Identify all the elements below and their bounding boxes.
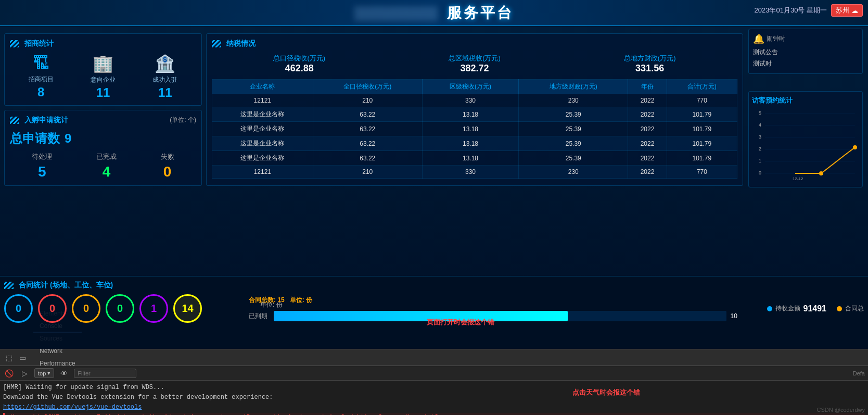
tax-td: 2022 xyxy=(628,107,667,122)
tax-td: 101.79 xyxy=(667,122,737,136)
bar-value: 10 xyxy=(731,312,741,320)
visitor-title: 访客预约统计 xyxy=(752,96,859,105)
unit-text: 单位: 份 xyxy=(260,301,283,308)
hatch-panel: 入孵申请统计 (单位: 个) 总申请数 9 待处理 5 已完成 4 xyxy=(4,110,202,186)
circle-1: 0 xyxy=(38,294,67,323)
header-right: 2023年01月30号 星期一 苏州 ☁ xyxy=(755,4,863,17)
tax-sum-value-0: 462.88 xyxy=(273,63,325,74)
contract-title: 合同统计 (场地、工位、车位) xyxy=(4,281,864,290)
header-bar: 服务平台 2023年01月30号 星期一 苏州 ☁ xyxy=(0,0,868,26)
tax-table-row: 121212103302302022770 xyxy=(212,166,737,179)
tax-summary-2: 总地方财政(万元) 331.56 xyxy=(624,54,676,74)
contract-bar-row: 已到期 10 xyxy=(249,311,741,321)
tax-summary-1: 总区域税收(万元) 382.72 xyxy=(449,54,501,74)
hatch-title-text: 入孵申请统计 xyxy=(24,116,68,125)
announce-bell: 🔔 闹钟时 xyxy=(753,33,858,45)
eye-icon[interactable]: 👁 xyxy=(58,368,70,379)
console-output: [HMR] Waiting for update signal from WDS… xyxy=(0,381,868,415)
contract-title-text: 合同统计 (场地、工位、车位) xyxy=(19,281,113,290)
money-label-1: 合同总 xyxy=(845,304,864,313)
invite-label-1: 意向企业 xyxy=(91,76,116,84)
tax-td: 230 xyxy=(519,94,628,107)
tax-td: 13.18 xyxy=(422,151,518,166)
devtools-panel: ⬚ ▭ ElementsConsoleSourcesNetworkPerform… xyxy=(0,349,868,415)
svg-text:4: 4 xyxy=(759,122,761,128)
tax-th: 年份 xyxy=(628,80,667,94)
tax-td: 13.18 xyxy=(422,122,518,136)
log-line: [HMR] Waiting for update signal from WDS… xyxy=(3,383,865,393)
invite-stats-title: 招商统计 xyxy=(10,39,196,48)
money-value-0: 91491 xyxy=(803,304,827,313)
hatch-item-value-2: 0 xyxy=(161,164,174,180)
tax-sum-label-1: 总区域税收(万元) xyxy=(449,54,501,63)
tax-td: 25.39 xyxy=(519,136,628,151)
tax-td: 13.18 xyxy=(422,107,518,122)
invite-value-2: 11 xyxy=(152,85,177,100)
tax-td: 2022 xyxy=(628,151,667,166)
circle-5: 14 xyxy=(173,294,202,323)
cursor-icon[interactable]: ⬚ xyxy=(3,352,15,363)
circle-item-5: 14 xyxy=(173,294,202,323)
left-column: 招商统计 🏗 招商项目 8 🏢 意向企业 11 xyxy=(4,33,202,186)
tax-sum-value-1: 382.72 xyxy=(449,63,501,74)
circle-item-0: 0 xyxy=(4,294,33,323)
hatch-item-value-1: 4 xyxy=(96,164,117,180)
svg-text:1: 1 xyxy=(759,158,761,164)
stripe-icon-contract xyxy=(4,282,14,289)
header-blurred xyxy=(354,6,438,21)
visitor-panel: 访客预约统计 5 4 3 2 1 0 12-12 xyxy=(748,91,863,187)
tax-td: 770 xyxy=(667,94,737,107)
hatch-item-label-1: 已完成 xyxy=(96,152,117,161)
tax-table: 企业名称全口径税收(万元)区级税收(万元)地方级财政(万元)年份合计(万元) 1… xyxy=(212,79,737,179)
building-icon-1: 🏢 xyxy=(91,54,116,73)
hatch-title: 入孵申请统计 xyxy=(10,116,196,125)
header-date: 2023年01月30号 星期一 xyxy=(755,6,827,15)
expand-icon[interactable]: ▷ xyxy=(19,368,30,379)
tax-td: 这里是企业名称 xyxy=(212,136,313,151)
tax-td: 210 xyxy=(313,94,422,107)
svg-text:12-12: 12-12 xyxy=(793,177,803,181)
invite-value-0: 8 xyxy=(29,85,54,99)
tax-td: 63.22 xyxy=(313,136,422,151)
header-title: 服务平台 xyxy=(354,3,514,23)
tax-th: 企业名称 xyxy=(212,80,313,94)
console-toolbar: 🚫 ▷ top ▾ 👁 Defa xyxy=(0,366,868,381)
money-item-1: 合同总 xyxy=(837,304,864,313)
top-dropdown[interactable]: top ▾ xyxy=(34,368,54,378)
tax-td: 2022 xyxy=(628,166,667,179)
device-icon[interactable]: ▭ xyxy=(17,352,28,363)
weather-badge[interactable]: 苏州 ☁ xyxy=(831,4,863,17)
contract-total-info: 合同总数: 15 单位: 份 xyxy=(249,296,741,305)
log-link[interactable]: https://github.com/vuejs/vue-devtools xyxy=(3,404,142,411)
stripe-icon-tax xyxy=(212,40,221,47)
hatch-unit: (单位: 个) xyxy=(170,116,196,124)
svg-text:5: 5 xyxy=(759,110,761,116)
tax-th: 地方级财政(万元) xyxy=(519,80,628,94)
tax-table-row: 121212103302302022770 xyxy=(212,94,737,107)
tax-td: 210 xyxy=(313,166,422,179)
invite-stats-row: 🏗 招商项目 8 🏢 意向企业 11 🏦 成功入驻 11 xyxy=(10,54,196,100)
hatch-item-value-0: 5 xyxy=(32,164,52,180)
circle-0: 0 xyxy=(4,294,33,323)
tax-td: 13.18 xyxy=(422,136,518,151)
svg-point-12 xyxy=(819,171,823,175)
circle-item-4: 1 xyxy=(139,294,168,323)
city-label: 苏州 xyxy=(836,6,849,15)
hatch-item-2: 失败 0 xyxy=(161,152,174,180)
hatch-item-1: 已完成 4 xyxy=(96,152,117,180)
platform-title: 服务平台 xyxy=(447,5,514,21)
filter-input[interactable] xyxy=(74,369,136,378)
money-item-0: 待收金额 91491 xyxy=(767,304,827,313)
tax-table-row: 这里是企业名称63.2213.1825.392022101.79 xyxy=(212,107,737,122)
tax-sum-value-2: 331.56 xyxy=(624,63,676,74)
tax-td: 2022 xyxy=(628,136,667,151)
tax-td: 230 xyxy=(519,166,628,179)
tax-td: 25.39 xyxy=(519,107,628,122)
clear-console-icon[interactable]: 🚫 xyxy=(3,368,15,379)
contract-bar-fill xyxy=(274,311,568,321)
tax-td: 330 xyxy=(422,166,518,179)
tax-title: 纳税情况 xyxy=(212,39,737,48)
stripe-icon xyxy=(10,40,19,47)
dot-1 xyxy=(837,306,842,311)
tax-td: 63.22 xyxy=(313,107,422,122)
